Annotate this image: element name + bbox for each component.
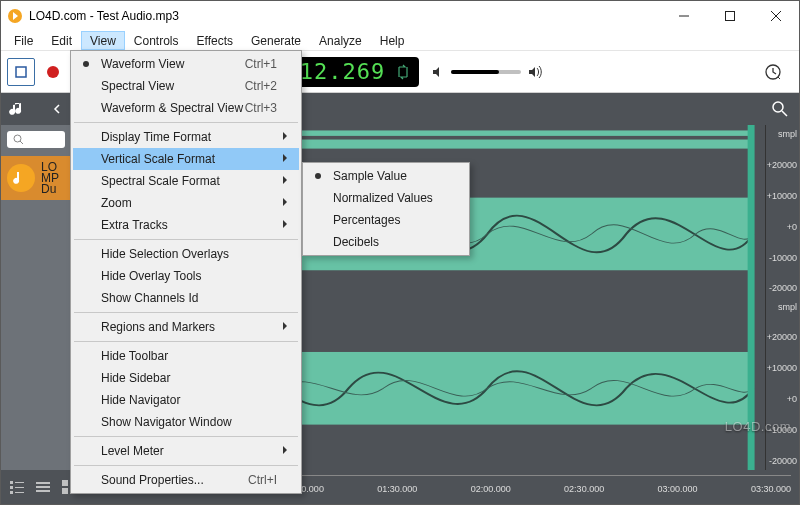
menu-item-regions-and-markers[interactable]: Regions and Markers	[73, 316, 299, 338]
search-icon	[13, 134, 24, 145]
menubar: FileEditViewControlsEffectsGenerateAnaly…	[1, 31, 799, 51]
ruler-tick: +10000	[766, 191, 797, 201]
svg-rect-2	[726, 12, 735, 21]
svg-rect-21	[15, 487, 24, 488]
search-icon[interactable]	[771, 100, 789, 118]
svg-rect-23	[15, 492, 24, 493]
menu-item-sound-properties[interactable]: Sound Properties...Ctrl+I	[73, 469, 299, 491]
menu-item-vertical-scale-format[interactable]: Vertical Scale Format	[73, 148, 299, 170]
svg-rect-27	[62, 480, 68, 486]
menu-item-show-channels-id[interactable]: Show Channels Id	[73, 287, 299, 309]
volume-slider[interactable]	[451, 70, 521, 74]
menu-separator	[74, 465, 298, 466]
ruler-tick: -10000	[766, 253, 797, 263]
time-tick: 03:30.000	[751, 484, 791, 494]
loop-icon[interactable]	[397, 63, 409, 81]
svg-rect-26	[36, 490, 50, 492]
menu-analyze[interactable]: Analyze	[310, 31, 371, 50]
ruler-tick: +0	[766, 222, 797, 232]
ruler-tick: +20000	[766, 332, 797, 342]
maximize-button[interactable]	[707, 1, 753, 31]
ruler-tick: +10000	[766, 363, 797, 373]
menu-separator	[74, 312, 298, 313]
menu-item-waveform-view[interactable]: Waveform ViewCtrl+1	[73, 53, 299, 75]
svg-rect-18	[10, 481, 13, 484]
ruler-y-left-channel: smpl +20000 +10000 +0 -10000 -20000	[766, 125, 799, 298]
menu-item-display-time-format[interactable]: Display Time Format	[73, 126, 299, 148]
close-button[interactable]	[753, 1, 799, 31]
ruler-y-right-channel: smpl +20000 +10000 +0 -10000 -20000	[766, 298, 799, 471]
submenu-item-sample-value[interactable]: Sample Value	[305, 165, 467, 187]
sidebar: LO MP Du	[1, 93, 71, 470]
ruler-tick: +20000	[766, 160, 797, 170]
ruler-unit: smpl	[766, 302, 797, 312]
menu-view[interactable]: View	[81, 31, 125, 50]
track-duration: Du	[41, 184, 59, 195]
menu-separator	[74, 436, 298, 437]
menu-item-spectral-view[interactable]: Spectral ViewCtrl+2	[73, 75, 299, 97]
time-tick: 03:00.000	[658, 484, 698, 494]
ruler-tick: +0	[766, 394, 797, 404]
titlebar: LO4D.com - Test Audio.mp3	[1, 1, 799, 31]
submenu-item-percentages[interactable]: Percentages	[305, 209, 467, 231]
menu-controls[interactable]: Controls	[125, 31, 188, 50]
svg-rect-20	[10, 486, 13, 489]
menu-item-hide-overlay-tools[interactable]: Hide Overlay Tools	[73, 265, 299, 287]
menu-item-spectral-scale-format: Spectral Scale Format	[73, 170, 299, 192]
menu-item-show-navigator-window[interactable]: Show Navigator Window	[73, 411, 299, 433]
minimize-button[interactable]	[661, 1, 707, 31]
track-meta: LO MP Du	[41, 162, 59, 195]
history-button[interactable]	[759, 58, 787, 86]
submenu-item-decibels[interactable]: Decibels	[305, 231, 467, 253]
volume-control	[431, 65, 543, 79]
volume-low-icon[interactable]	[431, 65, 445, 79]
svg-rect-29	[62, 488, 68, 494]
sidebar-header	[1, 93, 71, 125]
submenu-item-normalized-values[interactable]: Normalized Values	[305, 187, 467, 209]
stop-button[interactable]	[7, 58, 35, 86]
svg-point-8	[14, 135, 21, 142]
svg-rect-25	[36, 486, 50, 488]
menu-separator	[74, 239, 298, 240]
ruler-tick: -20000	[766, 283, 797, 293]
chevron-left-icon[interactable]	[51, 103, 63, 115]
menu-file[interactable]: File	[5, 31, 42, 50]
menu-help[interactable]: Help	[371, 31, 414, 50]
menu-item-level-meter[interactable]: Level Meter	[73, 440, 299, 462]
window-title: LO4D.com - Test Audio.mp3	[29, 9, 661, 23]
svg-point-10	[773, 102, 783, 112]
menu-item-hide-toolbar[interactable]: Hide Toolbar	[73, 345, 299, 367]
time-tick: 02:30.000	[564, 484, 604, 494]
ruler-unit: smpl	[766, 129, 797, 139]
menu-separator	[74, 122, 298, 123]
view-menu-dropdown: Waveform ViewCtrl+1Spectral ViewCtrl+2Wa…	[70, 50, 302, 494]
ruler-tick: -20000	[766, 456, 797, 466]
record-button[interactable]	[39, 58, 67, 86]
track-item[interactable]: LO MP Du	[1, 156, 71, 200]
menu-separator	[74, 341, 298, 342]
track-type-icon	[7, 164, 35, 192]
menu-item-extra-tracks[interactable]: Extra Tracks	[73, 214, 299, 236]
detail-view-icon[interactable]	[35, 479, 51, 495]
menu-edit[interactable]: Edit	[42, 31, 81, 50]
menu-item-hide-navigator[interactable]: Hide Navigator	[73, 389, 299, 411]
music-note-icon	[9, 101, 25, 117]
list-view-icon[interactable]	[9, 479, 25, 495]
menu-effects[interactable]: Effects	[188, 31, 242, 50]
window: LO4D.com - Test Audio.mp3 FileEditViewCo…	[0, 0, 800, 505]
app-icon	[7, 8, 23, 24]
sidebar-search-input[interactable]	[7, 131, 65, 148]
menu-item-waveform-spectral-view[interactable]: Waveform & Spectral ViewCtrl+3	[73, 97, 299, 119]
svg-rect-24	[36, 482, 50, 484]
svg-line-9	[20, 141, 23, 144]
menu-item-zoom[interactable]: Zoom	[73, 192, 299, 214]
menu-item-hide-sidebar[interactable]: Hide Sidebar	[73, 367, 299, 389]
vertical-scale-format-submenu: Sample ValueNormalized ValuesPercentages…	[302, 162, 470, 256]
watermark: LO4D.com	[725, 419, 791, 434]
svg-point-6	[47, 66, 59, 78]
menu-generate[interactable]: Generate	[242, 31, 310, 50]
time-tick: 02:00.000	[471, 484, 511, 494]
svg-rect-5	[16, 67, 26, 77]
volume-high-icon[interactable]	[527, 65, 543, 79]
menu-item-hide-selection-overlays[interactable]: Hide Selection Overlays	[73, 243, 299, 265]
